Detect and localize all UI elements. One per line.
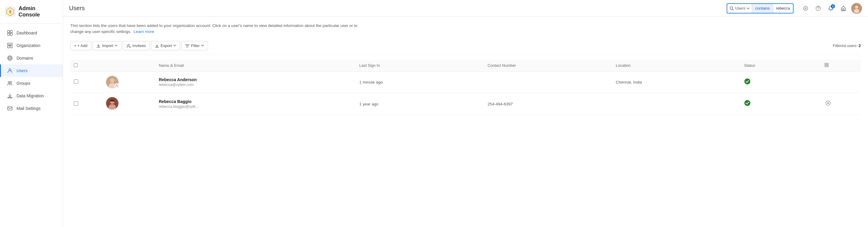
svg-rect-29 xyxy=(97,47,100,48)
help-button[interactable] xyxy=(813,4,823,13)
sidebar-label-dashboard: Dashboard xyxy=(17,31,37,35)
col-contact-header: Contact Number xyxy=(484,60,612,72)
status-active-icon xyxy=(744,101,751,108)
close-search-button[interactable] xyxy=(801,4,810,13)
main-content: Users Users contains rebecca xyxy=(63,0,868,227)
row-signin-cell: 1 minute ago xyxy=(356,72,484,93)
row-contact-cell xyxy=(484,72,612,93)
info-description: This section lists the users that have b… xyxy=(70,23,359,35)
sidebar-nav: Dashboard Organization xyxy=(0,24,63,227)
row-checkbox[interactable] xyxy=(74,79,78,84)
page-title: Users xyxy=(69,5,723,12)
export-button[interactable]: Export xyxy=(151,41,180,50)
col-signin-header: Last Sign In xyxy=(356,60,484,72)
svg-rect-31 xyxy=(155,47,159,48)
filtered-count-value: 2 xyxy=(859,43,861,48)
col-check-header xyxy=(70,60,102,72)
user-role-icon xyxy=(114,83,119,89)
svg-point-48 xyxy=(828,103,829,104)
svg-point-46 xyxy=(744,100,750,106)
svg-point-16 xyxy=(10,81,12,83)
invitees-button[interactable]: Invitees xyxy=(123,41,150,50)
status-active-icon xyxy=(744,79,751,86)
column-settings-icon[interactable] xyxy=(824,63,829,67)
topbar-actions: 1 xyxy=(801,3,862,14)
sidebar-label-data-migration: Data Migration xyxy=(17,93,44,98)
sidebar-item-organization[interactable]: Organization xyxy=(0,39,63,52)
sidebar-header: Admin Console xyxy=(0,0,63,24)
search-condition-tag[interactable]: contains xyxy=(752,4,773,13)
learn-more-link[interactable]: Learn more xyxy=(133,29,154,34)
svg-rect-34 xyxy=(825,65,826,67)
row-checkbox-cell xyxy=(70,72,102,93)
dashboard-icon xyxy=(7,30,13,36)
import-button[interactable]: Import xyxy=(92,41,122,50)
sidebar-item-dashboard[interactable]: Dashboard xyxy=(0,27,63,39)
contact-value: 254-494-6397 xyxy=(488,102,513,106)
avatar-image xyxy=(851,3,862,14)
svg-rect-3 xyxy=(10,31,12,33)
row-status-cell xyxy=(740,72,820,93)
row-avatar-cell xyxy=(102,72,155,93)
svg-rect-17 xyxy=(8,107,12,110)
add-icon: + xyxy=(74,43,76,48)
chevron-down-icon xyxy=(746,7,749,9)
notifications-button[interactable]: 1 xyxy=(826,4,836,13)
row-settings-button[interactable] xyxy=(824,99,832,108)
svg-rect-4 xyxy=(7,33,10,35)
sidebar-title: Admin Console xyxy=(19,5,58,18)
search-users-dropdown[interactable]: Users xyxy=(727,4,752,13)
filter-chevron-icon xyxy=(201,45,204,46)
add-button[interactable]: + + Add xyxy=(70,41,91,50)
sidebar-item-users[interactable]: Users xyxy=(0,64,63,77)
sidebar-item-domains[interactable]: Domains xyxy=(0,52,63,64)
home-button[interactable] xyxy=(839,4,848,13)
user-email: rebecca@zylker.com xyxy=(159,83,352,87)
mail-icon xyxy=(7,105,13,111)
sidebar-item-groups[interactable]: Groups xyxy=(0,77,63,89)
search-value-input[interactable]: rebecca xyxy=(773,4,793,13)
export-icon xyxy=(155,43,159,48)
col-settings-header xyxy=(820,60,861,72)
user-name-link[interactable]: Rebecca Anderson xyxy=(159,77,352,82)
col-avatar-header xyxy=(102,60,155,72)
users-table: Name & Email Last Sign In Contact Number… xyxy=(70,60,861,115)
row-checkbox[interactable] xyxy=(74,101,78,106)
user-name-link[interactable]: Rebecca Baggio xyxy=(159,99,352,104)
svg-point-24 xyxy=(818,9,818,10)
svg-point-27 xyxy=(855,6,858,9)
svg-rect-35 xyxy=(827,65,828,67)
sidebar-item-data-migration[interactable]: Data Migration xyxy=(0,89,63,102)
svg-rect-5 xyxy=(10,33,12,35)
row-settings-cell xyxy=(820,72,861,93)
globe-icon xyxy=(7,55,13,61)
last-signin-value: 1 minute ago xyxy=(359,80,383,84)
sidebar-item-mail-settings[interactable]: Mail Settings xyxy=(0,102,63,115)
svg-point-1 xyxy=(9,10,11,13)
table-row: Rebecca Anderson rebecca@zylker.com 1 mi… xyxy=(70,72,861,93)
filter-button[interactable]: Filter xyxy=(181,41,208,50)
svg-point-28 xyxy=(854,9,859,13)
user-avatar[interactable] xyxy=(851,3,862,14)
invitees-label: Invitees xyxy=(132,43,146,48)
svg-point-15 xyxy=(8,81,10,83)
page-content: This section lists the users that have b… xyxy=(63,17,868,227)
invitees-icon xyxy=(127,43,131,48)
filter-label: Filter xyxy=(191,43,199,48)
col-location-header: Location xyxy=(612,60,740,72)
organization-icon xyxy=(7,42,13,48)
last-signin-value: 1 year ago xyxy=(359,102,378,106)
import-chevron-icon xyxy=(115,45,118,46)
svg-rect-2 xyxy=(7,31,10,33)
select-all-checkbox[interactable] xyxy=(74,63,78,67)
col-status-header: Status xyxy=(740,60,820,72)
notification-badge: 1 xyxy=(831,4,835,8)
import-label: Import xyxy=(102,43,113,48)
location-value: Chennai, India xyxy=(616,80,642,84)
svg-point-39 xyxy=(110,78,114,83)
export-label: Export xyxy=(161,43,172,48)
app-logo-icon xyxy=(5,6,16,17)
svg-point-42 xyxy=(744,78,750,84)
table-row: Rebecca Baggio rebecca.biaggio@zylk... 1… xyxy=(70,93,861,115)
search-filter-area[interactable]: Users contains rebecca xyxy=(726,3,794,13)
